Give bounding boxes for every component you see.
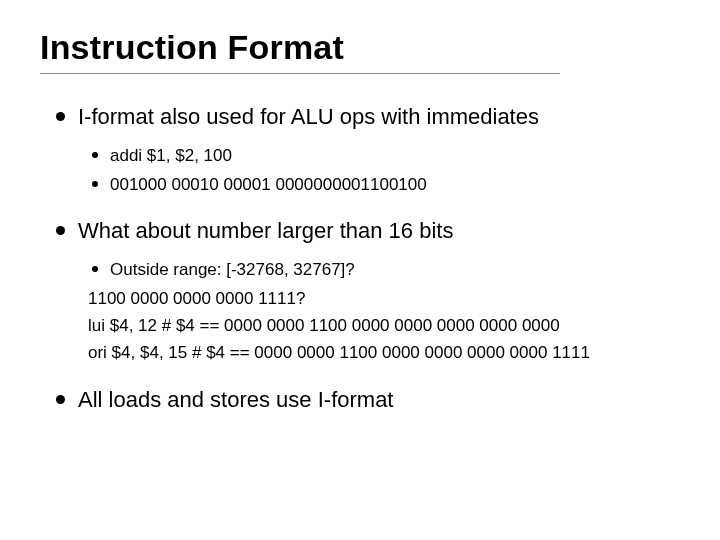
bullet-list: I-format also used for ALU ops with imme…	[50, 102, 680, 414]
bullet-2: What about number larger than 16 bits Ou…	[50, 216, 680, 366]
bullet-2-line-2: lui $4, 12 # $4 == 0000 0000 1100 0000 0…	[88, 312, 680, 339]
slide-title: Instruction Format	[40, 28, 680, 67]
bullet-2-line-3: ori $4, $4, 15 # $4 == 0000 0000 1100 00…	[88, 339, 680, 366]
bullet-3-text: All loads and stores use I-format	[78, 387, 393, 412]
title-rule	[40, 73, 560, 74]
bullet-1-sub-1: addi $1, $2, 100	[88, 142, 680, 169]
bullet-2-text: What about number larger than 16 bits	[78, 218, 453, 243]
bullet-1-sublist: addi $1, $2, 100 001000 00010 00001 0000…	[88, 142, 680, 198]
bullet-2-sub-1: Outside range: [-32768, 32767]?	[88, 256, 680, 283]
bullet-1-text: I-format also used for ALU ops with imme…	[78, 104, 539, 129]
bullet-1: I-format also used for ALU ops with imme…	[50, 102, 680, 198]
bullet-2-sublist: Outside range: [-32768, 32767]?	[88, 256, 680, 283]
bullet-3: All loads and stores use I-format	[50, 385, 680, 415]
bullet-1-sub-2: 001000 00010 00001 0000000001100100	[88, 171, 680, 198]
slide: Instruction Format I-format also used fo…	[0, 0, 720, 540]
bullet-2-line-1: 1100 0000 0000 0000 1111?	[88, 285, 680, 312]
